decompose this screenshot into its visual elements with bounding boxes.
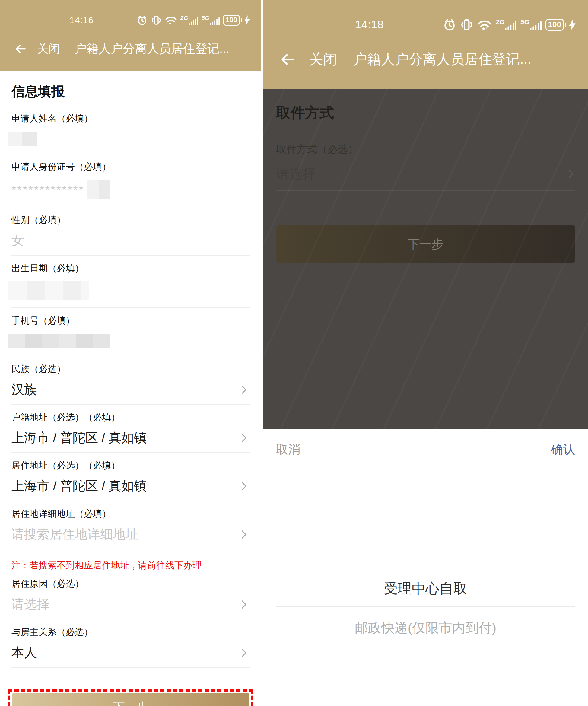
field-label: 申请人姓名（必填） (11, 114, 249, 123)
residence-reason-select[interactable]: 请选择 (11, 597, 249, 612)
owner-relation-select[interactable]: 本人 (11, 645, 249, 660)
pickup-method-label: 取件方式（必选） (276, 144, 588, 154)
residence-address-value: 上海市 / 普陀区 / 真如镇 (11, 479, 147, 493)
masked-id-value: ************* (11, 183, 84, 197)
right-screen: 14:18 2G 5G (263, 0, 588, 706)
phone-input[interactable] (11, 334, 249, 349)
residence-detail-placeholder: 请搜索居住地详细地址 (11, 527, 138, 541)
wifi-icon (477, 19, 492, 31)
close-button[interactable]: 关闭 (309, 50, 337, 69)
left-header: 14:16 2G 5G (0, 0, 261, 71)
picker-selection-line-top (276, 566, 575, 567)
field-label: 民族（必选） (11, 364, 249, 374)
field-gender: 性别（必填） 女 (11, 207, 249, 256)
battery-100-icon: 100 (223, 15, 242, 26)
next-step-button[interactable]: 下一步 (12, 693, 249, 706)
chevron-right-icon (238, 482, 246, 490)
battery-nub (241, 18, 242, 22)
vibrate-icon (151, 15, 162, 26)
charging-icon (569, 19, 576, 31)
field-ethnicity: 民族（必选） 汉族 (11, 356, 249, 404)
left-nav-bar: 关闭 户籍人户分离人员居住登记... (0, 31, 261, 71)
right-header: 14:18 2G 5G (263, 0, 588, 89)
signal-5g-icon: 5G (201, 15, 219, 26)
alarm-icon (137, 15, 148, 26)
net-5g-label: 5G (201, 15, 209, 21)
field-label: 出生日期（必填） (11, 263, 249, 273)
picker-option-unselected[interactable]: 邮政快递(仅限市内到付) (263, 619, 588, 637)
field-residence-address: 居住地址（必选）（必填） 上海市 / 普陀区 / 真如镇 (11, 453, 249, 501)
field-id-number: 申请人身份证号（必填） ************* (11, 154, 249, 207)
redacted-id-value (87, 180, 110, 199)
page-title: 户籍人户分离人员居住登记... (75, 40, 229, 57)
next-step-button-disabled[interactable]: 下一步 (276, 225, 575, 263)
field-label: 申请人身份证号（必填） (11, 162, 249, 172)
signal-2g-icon: 2G (181, 15, 198, 26)
picker-bottom-sheet: 取消 确认 受理中心自取 邮政快递(仅限市内到付) (263, 429, 588, 706)
page-title: 户籍人户分离人员居住登记... (353, 50, 531, 69)
gender-input[interactable]: 女 (11, 233, 249, 248)
picker-option-selected[interactable]: 受理中心自取 (263, 579, 588, 598)
field-household-address: 户籍地址（必选）（必填） 上海市 / 普陀区 / 真如镇 (11, 404, 249, 453)
battery-level: 100 (223, 15, 240, 26)
chevron-right-icon (238, 531, 246, 539)
field-label: 居住地址（必选）（必填） (11, 461, 249, 470)
ethnicity-select[interactable]: 汉族 (11, 382, 249, 397)
chevron-right-icon (238, 600, 246, 609)
id-number-input[interactable]: ************* (11, 180, 249, 199)
field-label: 户籍地址（必选）（必填） (11, 413, 249, 422)
residence-detail-search[interactable]: 请搜索居住地详细地址 (11, 527, 249, 542)
battery-nub (565, 23, 566, 27)
left-status-icons: 2G 5G 100 (133, 15, 250, 26)
household-address-value: 上海市 / 普陀区 / 真如镇 (11, 431, 147, 445)
field-birth-date: 出生日期（必填） (11, 256, 249, 308)
field-divider (276, 190, 575, 191)
field-applicant-name: 申请人姓名（必填） (11, 99, 249, 154)
field-residence-reason: 居住原因（必选） 请选择 (11, 571, 249, 619)
net-2g-label: 2G (181, 15, 188, 21)
picker-confirm-button[interactable]: 确认 (551, 441, 575, 458)
signal-5g-icon: 5G (520, 19, 541, 31)
field-label: 与房主关系（必选） (11, 627, 249, 637)
next-button-highlight: 下一步 (8, 690, 253, 706)
residence-reason-placeholder: 请选择 (11, 597, 49, 611)
offline-note: 注：若搜索不到相应居住地址，请前往线下办理 (11, 560, 249, 571)
back-icon[interactable] (14, 43, 27, 55)
battery-level: 100 (545, 19, 564, 31)
right-clock: 14:18 (355, 18, 384, 31)
field-phone: 手机号（必填） (11, 308, 249, 356)
household-address-select[interactable]: 上海市 / 普陀区 / 真如镇 (11, 431, 249, 445)
dimmed-content-overlay: 取件方式 取件方式（必选） 请选择 下一步 (263, 89, 588, 429)
left-clock: 14:16 (69, 15, 93, 25)
picker-cancel-button[interactable]: 取消 (276, 441, 300, 458)
redacted-phone-value (8, 334, 110, 348)
net-2g-label: 2G (496, 19, 504, 25)
redacted-birth-date-value (8, 281, 89, 300)
redacted-name-value (8, 132, 37, 146)
close-button[interactable]: 关闭 (37, 41, 60, 56)
field-label: 居住原因（必选） (11, 579, 249, 589)
battery-100-icon: 100 (545, 19, 566, 31)
chevron-right-icon (565, 170, 573, 178)
residence-address-select[interactable]: 上海市 / 普陀区 / 真如镇 (11, 479, 249, 493)
chevron-right-icon (238, 386, 246, 394)
pickup-method-select[interactable]: 请选择 (276, 166, 575, 181)
info-form: 信息填报 申请人姓名（必填） 申请人身份证号（必填） *************… (0, 84, 261, 668)
owner-relation-value: 本人 (11, 646, 37, 660)
birth-date-input[interactable] (11, 281, 249, 300)
left-screen: 14:16 2G 5G (0, 0, 261, 706)
wifi-icon (165, 15, 177, 25)
signal-2g-icon: 2G (496, 19, 516, 31)
pickup-method-placeholder: 请选择 (276, 166, 316, 181)
net-5g-label: 5G (520, 19, 529, 25)
form-section-title: 信息填报 (11, 84, 249, 99)
back-icon[interactable] (280, 51, 296, 67)
field-label: 手机号（必填） (11, 316, 249, 325)
vibrate-icon (460, 18, 473, 31)
field-residence-detail: 居住地详细地址（必填） 请搜索居住地详细地址 (11, 501, 249, 549)
left-status-bar: 14:16 2G 5G (0, 0, 261, 31)
picker-selection-line-bottom (276, 606, 575, 607)
applicant-name-input[interactable] (11, 132, 249, 146)
ethnicity-value: 汉族 (11, 383, 37, 396)
right-status-icons: 2G 5G 100 (439, 18, 576, 31)
